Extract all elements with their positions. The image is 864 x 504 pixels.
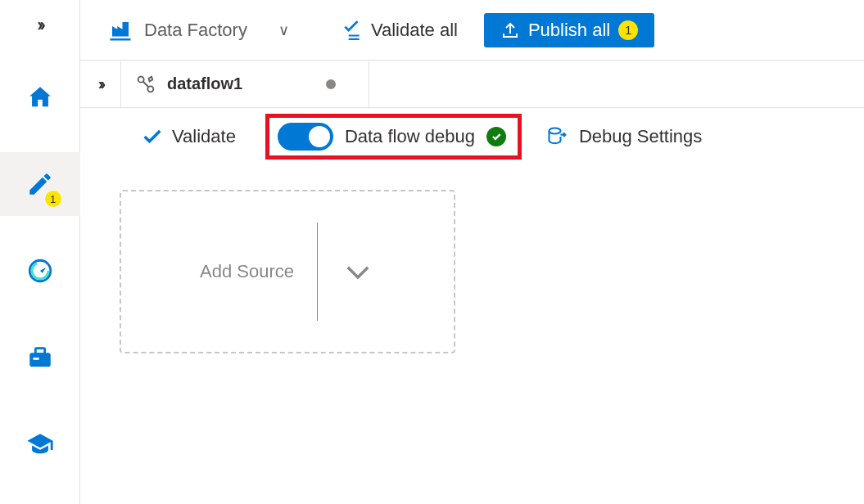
publish-all-button[interactable]: Publish all 1 — [484, 13, 654, 47]
top-toolbar: Data Factory ∨ Validate all Publish all … — [80, 0, 864, 61]
database-arrow-icon — [546, 125, 569, 148]
chevron-down-icon: ∨ — [278, 21, 289, 39]
collapse-tabs-icon[interactable]: ›› — [80, 61, 121, 107]
left-nav-rail: ›› 1 — [0, 0, 80, 504]
nav-learn[interactable] — [0, 412, 80, 476]
dataflow-action-bar: Validate Data flow debug Debug Settings — [80, 108, 864, 165]
add-source-label: Add Source — [200, 261, 294, 282]
tab-label: dataflow1 — [167, 74, 242, 93]
debug-toggle-highlight: Data flow debug — [265, 114, 522, 160]
nav-home[interactable] — [0, 65, 80, 129]
unsaved-indicator-icon — [326, 79, 336, 89]
nav-monitor[interactable] — [0, 239, 80, 303]
graduation-cap-icon — [26, 430, 54, 458]
debug-settings-label: Debug Settings — [579, 126, 702, 147]
home-icon — [26, 83, 54, 111]
nav-author[interactable]: 1 — [0, 152, 80, 216]
tab-dataflow1[interactable]: dataflow1 — [121, 61, 369, 107]
toggle-knob — [309, 126, 330, 147]
chevron-down-icon[interactable] — [341, 254, 375, 289]
debug-toggle-label: Data flow debug — [345, 126, 475, 147]
gauge-icon — [26, 257, 54, 285]
publish-label: Publish all — [528, 20, 610, 41]
validate-all-button[interactable]: Validate all — [342, 20, 458, 41]
factory-icon — [108, 18, 133, 43]
checkmark-icon — [141, 125, 164, 148]
svg-point-5 — [549, 128, 560, 134]
expand-rail-icon[interactable]: ›› — [37, 15, 43, 36]
add-source-button[interactable]: Add Source — [120, 190, 455, 353]
validate-button[interactable]: Validate — [141, 125, 236, 148]
dataflow-debug-toggle[interactable] — [278, 123, 333, 151]
tab-bar: ›› dataflow1 — [80, 61, 864, 108]
divider — [317, 223, 318, 321]
validate-all-label: Validate all — [371, 20, 458, 41]
nav-manage[interactable] — [0, 326, 80, 389]
validate-label: Validate — [172, 126, 236, 147]
svg-rect-4 — [33, 358, 38, 360]
upload-icon — [500, 20, 520, 40]
svg-rect-3 — [35, 349, 44, 354]
factory-selector[interactable]: Data Factory ∨ — [108, 18, 289, 43]
dataflow-icon — [134, 73, 157, 96]
factory-label: Data Factory — [144, 20, 247, 41]
debug-settings-button[interactable]: Debug Settings — [546, 125, 702, 148]
checkmark-list-icon — [342, 20, 363, 41]
publish-count-badge: 1 — [618, 20, 638, 40]
author-changes-badge: 1 — [44, 190, 62, 208]
dataflow-canvas: Add Source — [80, 165, 864, 504]
toolbox-icon — [26, 344, 54, 371]
debug-active-icon — [486, 127, 506, 146]
